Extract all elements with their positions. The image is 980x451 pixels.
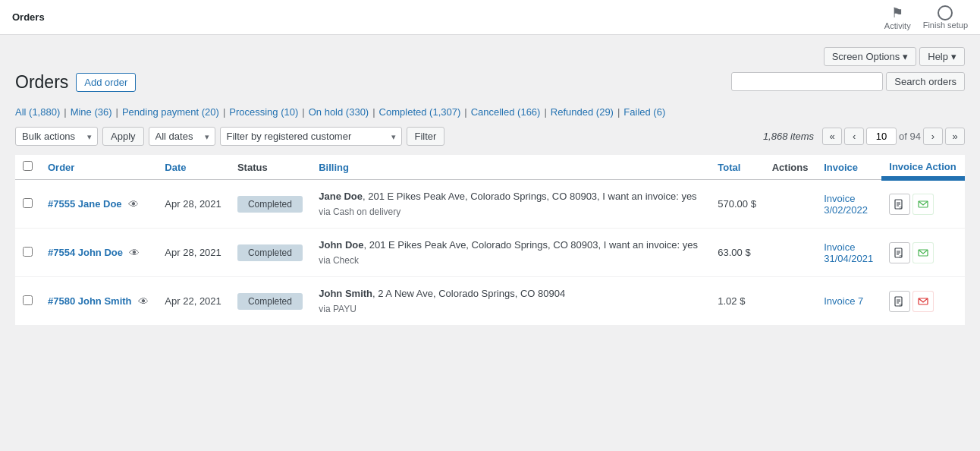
prev-page-button[interactable]: ‹ (844, 128, 864, 145)
email-btn-0[interactable] (912, 194, 934, 215)
next-page-button[interactable]: › (923, 128, 943, 145)
billing-col-header[interactable]: Billing (311, 155, 710, 180)
apply-button[interactable]: Apply (102, 127, 144, 146)
billing-via-1: via Check (319, 255, 359, 266)
billing-name-2: John Smith (319, 288, 372, 299)
filter-button[interactable]: Filter (407, 127, 445, 146)
filter-link-all[interactable]: All (1,880) (15, 106, 60, 118)
last-page-button[interactable]: » (945, 128, 965, 145)
status-col-header: Status (230, 155, 311, 180)
filter-link-completed[interactable]: Completed (1,307) (379, 106, 461, 118)
filter-link-failed[interactable]: Failed (6) (623, 106, 665, 118)
invoice-link-2[interactable]: Invoice 7 (824, 295, 863, 307)
action-btn-wrap-0: P (889, 194, 957, 215)
filter-link-on-hold[interactable]: On hold (330) (309, 106, 369, 118)
invoice-col-header[interactable]: Invoice (816, 155, 881, 180)
row-checkbox-2[interactable] (23, 295, 33, 305)
status-badge-1: Completed (237, 244, 303, 261)
select-all-checkbox[interactable] (23, 161, 33, 171)
billing-cell-2: John Smith, 2 A New Ave, Colorado Spring… (311, 277, 710, 326)
total-cell-0: 570.00 $ (710, 180, 764, 229)
filter-link-pending[interactable]: Pending payment (20) (122, 106, 219, 118)
filter-sep: | (64, 106, 66, 118)
eye-icon-2[interactable]: 👁 (138, 295, 149, 308)
all-dates-select[interactable]: All dates (149, 127, 215, 146)
page-title: Orders (15, 72, 68, 93)
eye-icon-1[interactable]: 👁 (129, 247, 140, 259)
email-btn-1[interactable] (912, 242, 934, 263)
actions-col-header: Actions (765, 155, 816, 180)
finish-setup-action[interactable]: Finish setup (923, 5, 968, 30)
filter-sep: | (302, 106, 304, 118)
filter-sep: | (464, 106, 466, 118)
order-link-0[interactable]: #7555 Jane Doe (48, 198, 122, 210)
total-col-header[interactable]: Total (710, 155, 764, 180)
filter-sep: | (223, 106, 225, 118)
table-row: #7580 John Smith 👁 Apr 22, 2021Completed… (15, 277, 965, 326)
invoice-link-1[interactable]: Invoice31/04/2021 (824, 241, 873, 264)
search-input[interactable] (731, 72, 883, 91)
pdf-btn-1[interactable]: P (889, 242, 910, 263)
date-cell-2: Apr 22, 2021 (157, 277, 230, 326)
billing-via-2: via PAYU (319, 304, 357, 314)
filter-links: All (1,880)|Mine (36)|Pending payment (2… (15, 106, 965, 118)
filter-link-refunded[interactable]: Refunded (29) (551, 106, 614, 118)
pdf-btn-2[interactable]: P (889, 291, 910, 312)
row-checkbox-0[interactable] (23, 198, 33, 208)
filter-link-mine[interactable]: Mine (36) (71, 106, 112, 118)
invoice-action-cell-1: P (881, 229, 965, 277)
page-input[interactable] (866, 128, 897, 145)
select-all-col[interactable] (15, 155, 40, 180)
filter-link-processing[interactable]: Processing (10) (229, 106, 298, 118)
actions-cell-1 (765, 229, 816, 277)
status-badge-2: Completed (237, 293, 303, 310)
order-link-1[interactable]: #7554 John Doe (48, 247, 123, 258)
help-button[interactable]: Help ▾ (919, 47, 965, 66)
date-col-header[interactable]: Date (157, 155, 230, 180)
search-orders-button[interactable]: Search orders (886, 72, 965, 91)
filter-link-cancelled[interactable]: Cancelled (166) (471, 106, 541, 118)
order-link-2[interactable]: #7580 John Smith (48, 295, 132, 307)
main-content: Screen Options ▾ Help ▾ Orders Add order… (0, 35, 980, 451)
billing-text-1: John Doe, 201 E Pikes Peak Ave, Colorado… (319, 238, 702, 267)
status-badge-0: Completed (237, 196, 303, 213)
invoice-cell-2: Invoice 7 (816, 277, 881, 326)
invoice-action-cell-2: P (881, 277, 965, 326)
top-bar: Orders ⚑ Activity Finish setup (0, 0, 980, 35)
status-cell-1: Completed (230, 229, 311, 277)
filter-customer-wrap: Filter by registered customer (220, 127, 402, 146)
eye-icon-0[interactable]: 👁 (128, 198, 139, 210)
action-btn-wrap-2: P (889, 291, 957, 312)
flag-icon: ⚑ (891, 5, 903, 21)
total-cell-1: 63.00 $ (710, 229, 764, 277)
filter-customer-select[interactable]: Filter by registered customer (220, 127, 402, 146)
action-btn-wrap-1: P (889, 242, 957, 263)
filter-sep: | (372, 106, 375, 118)
toolbar: Bulk actions Apply All dates Filter by r… (15, 127, 965, 146)
topbar-title: Orders (12, 11, 45, 23)
add-order-button[interactable]: Add order (76, 73, 136, 92)
orders-table: Order Date Status Billing Total Actions … (15, 155, 965, 326)
page-total: of 94 (899, 131, 921, 142)
invoice-action-col-header[interactable]: Invoice Action (881, 155, 965, 180)
first-page-button[interactable]: « (822, 128, 842, 145)
screen-options-button[interactable]: Screen Options ▾ (824, 47, 917, 66)
date-cell-0: Apr 28, 2021 (157, 180, 230, 229)
activity-action[interactable]: ⚑ Activity (884, 5, 911, 30)
actions-cell-2 (765, 277, 816, 326)
email-btn-2[interactable] (912, 291, 934, 312)
order-cell-0: #7555 Jane Doe 👁 (48, 198, 149, 210)
actions-cell-0 (765, 180, 816, 229)
bulk-actions-select[interactable]: Bulk actions (15, 127, 98, 146)
invoice-link-0[interactable]: Invoice3/02/2022 (824, 193, 868, 216)
invoice-action-cell-0: P (881, 180, 965, 229)
circle-icon (938, 5, 953, 20)
filter-sep: | (544, 106, 546, 118)
help-label: Help (928, 51, 948, 62)
pdf-btn-0[interactable]: P (889, 194, 910, 215)
billing-via-0: via Cash on delivery (319, 207, 400, 217)
order-col-header[interactable]: Order (40, 155, 157, 180)
row-checkbox-1[interactable] (23, 247, 33, 257)
invoice-cell-0: Invoice3/02/2022 (816, 180, 881, 229)
billing-text-0: Jane Doe, 201 E Pikes Peak Ave, Colorado… (319, 189, 702, 219)
